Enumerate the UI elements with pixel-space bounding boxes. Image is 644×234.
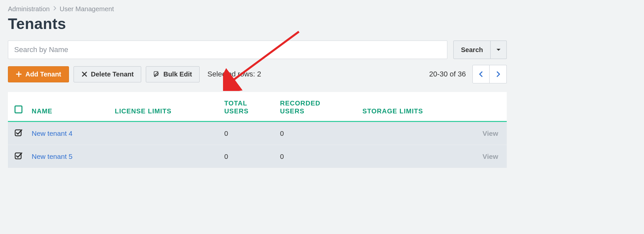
tenant-name-link[interactable]: New tenant 5 xyxy=(32,153,73,160)
bulk-edit-label: Bulk Edit xyxy=(163,71,192,78)
selected-rows-text: Selected rows: 2 xyxy=(208,70,261,78)
search-button[interactable]: Search xyxy=(453,41,491,59)
search-options-dropdown[interactable] xyxy=(491,41,507,59)
pagination-range: 20-30 of 36 xyxy=(429,70,466,78)
chevron-left-icon xyxy=(478,71,484,77)
column-header-storage-limits[interactable]: STORAGE LIMITS xyxy=(358,92,474,121)
cell-recorded-users: 0 xyxy=(275,122,358,145)
column-header-license-limits[interactable]: LICENSE LIMITS xyxy=(110,92,220,121)
caret-down-icon xyxy=(495,46,502,53)
table-row: New tenant 4 0 0 View xyxy=(8,122,507,145)
select-all-checkbox[interactable] xyxy=(15,105,22,113)
row-checkbox[interactable] xyxy=(15,152,22,160)
breadcrumb-user-management[interactable]: User Management xyxy=(60,5,114,13)
bulk-edit-button[interactable]: Bulk Edit xyxy=(146,66,200,82)
pagination-prev-button[interactable] xyxy=(472,65,490,83)
tenant-name-link[interactable]: New tenant 4 xyxy=(32,130,73,137)
breadcrumb-separator-icon xyxy=(53,6,56,13)
pagination-controls xyxy=(472,65,507,83)
search-row: Search xyxy=(8,41,507,59)
add-tenant-label: Add Tenant xyxy=(25,71,61,78)
view-link[interactable]: View xyxy=(483,153,498,160)
chevron-right-icon xyxy=(495,71,501,77)
cell-storage-limits xyxy=(358,122,474,145)
page-title: Tenants xyxy=(8,15,507,33)
cell-total-users: 0 xyxy=(220,145,275,168)
edit-icon xyxy=(153,71,160,77)
delete-tenant-label: Delete Tenant xyxy=(91,71,134,78)
cell-storage-limits xyxy=(358,145,474,168)
cell-license-limits xyxy=(110,122,220,145)
delete-tenant-button[interactable]: Delete Tenant xyxy=(74,66,142,82)
plus-icon xyxy=(16,71,22,77)
x-icon xyxy=(81,71,88,77)
row-checkbox[interactable] xyxy=(15,129,22,136)
view-link[interactable]: View xyxy=(483,130,498,137)
column-header-total-users[interactable]: TOTALUSERS xyxy=(220,92,275,121)
table-row: New tenant 5 0 0 View xyxy=(8,145,507,168)
column-header-name[interactable]: NAME xyxy=(27,92,110,121)
breadcrumb: Administration User Management xyxy=(8,5,507,13)
breadcrumb-administration[interactable]: Administration xyxy=(8,5,50,13)
add-tenant-button[interactable]: Add Tenant xyxy=(8,66,69,82)
tenants-table: NAME LICENSE LIMITS TOTALUSERS RECORDEDU… xyxy=(8,92,507,168)
cell-total-users: 0 xyxy=(220,122,275,145)
toolbar: Add Tenant Delete Tenant Bulk Edit Selec… xyxy=(8,65,507,83)
search-input[interactable] xyxy=(8,41,447,59)
cell-recorded-users: 0 xyxy=(275,145,358,168)
pagination-next-button[interactable] xyxy=(490,65,507,83)
search-button-label: Search xyxy=(461,46,483,54)
tenants-table-wrap: NAME LICENSE LIMITS TOTALUSERS RECORDEDU… xyxy=(8,92,507,168)
search-button-group: Search xyxy=(453,41,507,59)
column-header-recorded-users[interactable]: RECORDEDUSERS xyxy=(275,92,358,121)
cell-license-limits xyxy=(110,145,220,168)
